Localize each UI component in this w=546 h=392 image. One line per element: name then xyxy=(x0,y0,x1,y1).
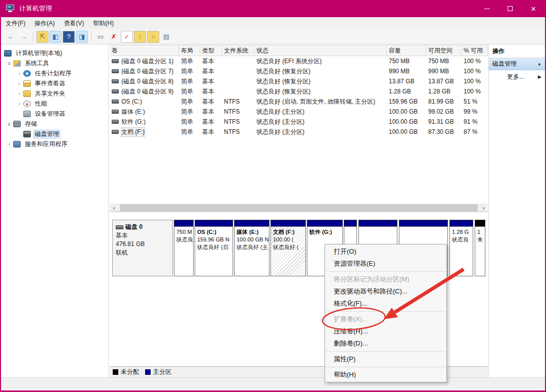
menu-action[interactable]: 操作(A) xyxy=(30,17,59,30)
volume-row[interactable]: 媒体 (E:)简单基本NTFS状态良好 (主分区)100.00 GB99.02 … xyxy=(110,107,488,117)
tree-item-服务和应用程序[interactable]: ›服务和应用程序 xyxy=(1,139,108,149)
chevron-right-icon[interactable]: › xyxy=(15,80,23,86)
scroll-right-icon[interactable]: › xyxy=(479,204,488,212)
horizontal-scrollbar[interactable]: ‹ › xyxy=(110,204,488,212)
volume-cell: 99 % xyxy=(462,107,488,117)
volume-row[interactable]: OS (C:)简单基本NTFS状态良好 (启动, 页面文件, 故障转储, 主分区… xyxy=(110,96,488,107)
actions-group-disk-management[interactable]: 磁盘管理 ▲ xyxy=(489,58,545,70)
tree-item-系统工具[interactable]: ∨系统工具 xyxy=(1,58,108,68)
volume-cell: 13.87 GB xyxy=(387,76,426,86)
computer-management-window: 计算机管理 × 文件(F)操作(A)查看(V)帮助(H) ←→⇱◧?◨▭✗✓↑○… xyxy=(0,0,546,392)
tree-item-存储[interactable]: ∨存储 xyxy=(1,119,108,129)
context-menu-item-打开(O)[interactable]: 打开(O) xyxy=(325,246,446,258)
folder-search-icon[interactable]: ○ xyxy=(147,31,159,43)
column-header-可用空间[interactable]: 可用空间 xyxy=(426,45,462,56)
tree-item-设备管理器[interactable]: 设备管理器 xyxy=(1,109,108,119)
column-header-状态[interactable]: 状态 xyxy=(254,45,387,56)
tree-item-label: 性能 xyxy=(33,99,49,109)
context-menu-item-压缩卷(H)...[interactable]: 压缩卷(H)... xyxy=(325,325,446,337)
column-header-文件系统[interactable]: 文件系统 xyxy=(222,45,254,56)
show-console-tree-icon[interactable]: ◧ xyxy=(50,31,62,43)
chevron-right-icon[interactable]: › xyxy=(15,101,23,107)
tree-item-任务计划程序[interactable]: ›任务计划程序 xyxy=(1,68,108,78)
volume-row[interactable]: (磁盘 0 磁盘分区 8)简单基本状态良好 (恢复分区)13.87 GB13.8… xyxy=(110,76,488,86)
shared-folders-icon xyxy=(23,90,31,97)
performance-icon xyxy=(23,101,31,107)
partition-text: 状态良好 (主 xyxy=(237,243,267,251)
volume-row[interactable]: 软件 (G:)简单基本NTFS状态良好 (主分区)100.00 GB91.31 … xyxy=(110,117,488,127)
minimize-button[interactable] xyxy=(475,0,498,17)
folder-up-icon[interactable]: ↑ xyxy=(134,31,146,43)
up-level-folder-icon[interactable]: ⇱ xyxy=(36,31,49,43)
volume-cell: 简单 xyxy=(179,76,200,86)
context-menu-item-格式化(F)...[interactable]: 格式化(F)... xyxy=(325,298,446,310)
volume-row[interactable]: (磁盘 0 磁盘分区 7)简单基本状态良好 (恢复分区)990 MB990 MB… xyxy=(110,66,488,76)
back-icon[interactable]: ← xyxy=(5,31,17,43)
delete-icon[interactable]: ✗ xyxy=(108,31,120,43)
volume-cell: 100.00 GB xyxy=(387,117,426,127)
chevron-right-icon[interactable]: › xyxy=(5,141,13,147)
menu-file[interactable]: 文件(F) xyxy=(1,17,30,30)
volume-icon xyxy=(112,59,119,63)
unallocated-block[interactable]: 1未 xyxy=(475,220,485,276)
scroll-left-icon[interactable]: ‹ xyxy=(110,204,118,212)
services-icon xyxy=(13,141,21,148)
disk-management-icon xyxy=(23,131,31,137)
chevron-right-icon[interactable]: › xyxy=(15,90,23,96)
context-menu-item-属性(P)[interactable]: 属性(P) xyxy=(325,353,446,365)
partition-block[interactable]: 1.28 G状态良 xyxy=(449,220,473,276)
menu-view[interactable]: 查看(V) xyxy=(59,17,88,30)
export-list-icon[interactable]: ▤ xyxy=(160,31,172,43)
partition-text: 状态良好 ( xyxy=(273,243,303,251)
partition-header xyxy=(344,220,357,226)
close-button[interactable]: × xyxy=(522,0,545,17)
check-document-icon[interactable]: ✓ xyxy=(121,31,133,43)
column-header-容量[interactable]: 容量 xyxy=(387,45,426,56)
volume-cell: (磁盘 0 磁盘分区 9) xyxy=(110,86,179,96)
context-menu-item-扩展卷(X)...: 扩展卷(X)... xyxy=(325,313,446,325)
tree-item-磁盘管理[interactable]: 磁盘管理 xyxy=(1,129,108,139)
volume-cell: NTFS xyxy=(222,107,254,117)
column-header-卷[interactable]: 卷 xyxy=(110,45,179,56)
chevron-right-icon[interactable]: › xyxy=(15,70,23,76)
partition-block[interactable]: OS (C:)159.96 GB N状态良好 (启 xyxy=(195,220,233,276)
tree-item-计算机管理(本地)[interactable]: 计算机管理(本地) xyxy=(1,48,108,58)
column-header-% 可用[interactable]: % 可用 xyxy=(462,45,488,56)
actions-more[interactable]: 更多... ▶ xyxy=(489,70,545,83)
volume-row[interactable]: (磁盘 0 磁盘分区 9)简单基本状态良好 (恢复分区)1.28 GB1.28 … xyxy=(110,86,488,96)
tree-item-性能[interactable]: ›性能 xyxy=(1,99,108,109)
partition-block[interactable]: 媒体 (E:)100.00 GB N状态良好 (主 xyxy=(234,220,269,276)
volume-cell: 简单 xyxy=(179,127,200,137)
chevron-down-icon[interactable]: ∨ xyxy=(5,121,13,127)
partition-header xyxy=(234,220,269,226)
volume-cell xyxy=(222,76,254,86)
column-header-布局[interactable]: 布局 xyxy=(179,45,200,56)
volume-cell: 81.99 GB xyxy=(426,96,462,107)
volume-cell: 51 % xyxy=(462,96,488,107)
tree-item-事件查看器[interactable]: ›事件查看器 xyxy=(1,78,108,88)
context-menu-item-更改驱动器号和路径(C)...[interactable]: 更改驱动器号和路径(C)... xyxy=(325,285,446,298)
volume-row[interactable]: (磁盘 0 磁盘分区 1)简单基本状态良好 (EFI 系统分区)750 MB75… xyxy=(110,56,488,66)
chevron-down-icon[interactable]: ∨ xyxy=(5,60,13,67)
volume-name: 媒体 (E:) xyxy=(121,108,145,116)
tree-item-共享文件夹[interactable]: ›共享文件夹 xyxy=(1,88,108,99)
column-header-类型[interactable]: 类型 xyxy=(200,45,222,56)
menu-help[interactable]: 帮助(H) xyxy=(88,17,118,30)
volume-icon xyxy=(112,100,119,104)
context-menu-item-资源管理器(E)[interactable]: 资源管理器(E) xyxy=(325,258,446,270)
maximize-button[interactable] xyxy=(498,0,522,17)
context-menu-item-帮助(H)[interactable]: 帮助(H) xyxy=(325,369,446,381)
forward-icon[interactable]: → xyxy=(18,31,30,43)
show-action-pane-icon[interactable]: ◨ xyxy=(76,31,88,43)
disk-drive-icon[interactable]: ▭ xyxy=(95,31,107,43)
partition-block[interactable]: 750 M状态良 xyxy=(174,220,194,276)
volume-row[interactable]: 文档 (F:)简单基本NTFS状态良好 (主分区)100.00 GB87.30 … xyxy=(110,127,488,137)
partition-header xyxy=(174,220,194,226)
title-bar: 计算机管理 × xyxy=(1,0,545,17)
context-menu-item-删除卷(D)...[interactable]: 删除卷(D)... xyxy=(325,337,446,350)
help-icon[interactable]: ? xyxy=(63,31,75,43)
partition-block[interactable]: 文档 (F:)100.00 (状态良好 ( xyxy=(270,220,306,276)
scrollbar-thumb[interactable] xyxy=(120,204,478,212)
disk-0-label[interactable]: 磁盘 0 基本 476.81 GB 联机 xyxy=(112,220,173,276)
collapse-icon[interactable]: ▲ xyxy=(537,62,541,66)
